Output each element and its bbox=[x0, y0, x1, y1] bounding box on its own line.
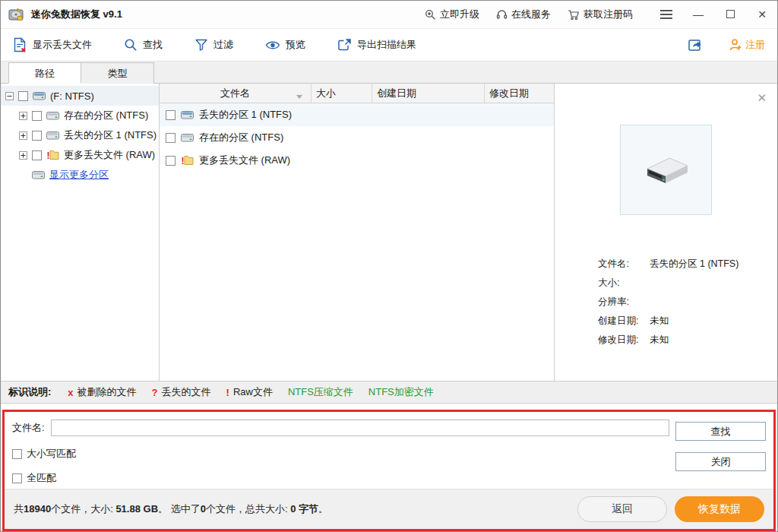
folder-warning-icon: ! bbox=[46, 150, 59, 160]
sort-desc-icon[interactable] bbox=[296, 90, 303, 102]
minimize-button[interactable]: — bbox=[692, 8, 704, 21]
info-label: 修改日期: bbox=[598, 334, 650, 347]
preview-panel: ✕ 文件名: 丢失的分区 1 (NTFS) 大小: 分辨率: 创建日期: 未知 … bbox=[555, 84, 777, 381]
drive-gray-icon bbox=[32, 170, 45, 179]
find-form: 文件名: 查找 关闭 大小写匹配 全匹配 bbox=[5, 412, 773, 489]
column-header-文件名[interactable]: 文件名 bbox=[160, 84, 312, 103]
legend-label: NTFS压缩文件 bbox=[288, 385, 353, 399]
tab-类型[interactable]: 类型 bbox=[81, 62, 154, 84]
back-button[interactable]: 返回 bbox=[577, 496, 667, 522]
toolbar-item-预览[interactable]: 预览 bbox=[265, 37, 305, 52]
info-row: 分辨率: bbox=[598, 296, 777, 309]
tree-checkbox[interactable] bbox=[32, 150, 42, 160]
titlebar-action-在线服务[interactable]: 在线服务 bbox=[496, 8, 551, 21]
legend-mark: ! bbox=[226, 387, 229, 398]
legend-item: x 被删除的文件 bbox=[68, 385, 136, 399]
tree-checkbox[interactable] bbox=[18, 91, 28, 101]
upgrade-icon bbox=[425, 9, 436, 21]
tree-item[interactable]: 存在的分区 (NTFS) bbox=[1, 106, 159, 125]
titlebar-action-获取注册码[interactable]: 获取注册码 bbox=[568, 8, 633, 21]
close-find-button[interactable]: 关闭 bbox=[675, 452, 766, 471]
toolbar-item-label: 查找 bbox=[143, 38, 163, 52]
row-filename: 更多丢失文件 (RAW) bbox=[199, 154, 290, 167]
column-header-大小[interactable]: 大小 bbox=[312, 84, 372, 103]
checkbox-label: 全匹配 bbox=[27, 471, 56, 485]
tree-root-row[interactable]: (F: NTFS) bbox=[1, 86, 159, 106]
column-header-修改日期[interactable]: 修改日期 bbox=[485, 84, 554, 103]
expander-plus-icon[interactable] bbox=[19, 112, 27, 120]
maximize-button[interactable] bbox=[724, 8, 736, 21]
folder-warning-icon: ! bbox=[181, 155, 194, 166]
find-panel-highlighted: 文件名: 查找 关闭 大小写匹配 全匹配 共18940个文件，大小: 51.88… bbox=[2, 410, 776, 531]
info-label: 创建日期: bbox=[598, 315, 650, 328]
checkbox-box[interactable] bbox=[12, 449, 22, 459]
tab-路径[interactable]: 路径 bbox=[8, 62, 81, 84]
tree-item-label: 丢失的分区 1 (NTFS) bbox=[64, 128, 157, 142]
checkbox-box[interactable] bbox=[12, 473, 22, 483]
expander-plus-icon[interactable] bbox=[19, 131, 27, 140]
row-checkbox[interactable] bbox=[166, 110, 176, 120]
drive-blue-icon bbox=[33, 91, 46, 100]
window-title: 迷你兔数据恢复 v9.1 bbox=[31, 8, 122, 21]
register-person-icon bbox=[729, 38, 742, 52]
svg-text:!: ! bbox=[182, 156, 185, 166]
title-bar: 迷你兔数据恢复 v9.1 立即升级 在线服务 获取注册码 — ✕ bbox=[1, 1, 777, 29]
info-value: 未知 bbox=[650, 315, 669, 328]
tree-item-show-more[interactable]: 显示更多分区 bbox=[1, 165, 159, 185]
titlebar-action-立即升级[interactable]: 立即升级 bbox=[425, 8, 479, 21]
expander-plus-icon[interactable] bbox=[19, 151, 27, 160]
filename-label: 文件名: bbox=[12, 421, 45, 435]
column-header-创建日期[interactable]: 创建日期 bbox=[372, 84, 485, 103]
toolbar: 显示丢失文件 查找 过滤 预览 导出扫描结果 注册 bbox=[1, 29, 777, 62]
info-label: 文件名: bbox=[598, 258, 650, 271]
info-row: 创建日期: 未知 bbox=[598, 315, 777, 328]
preview-image-box bbox=[620, 125, 712, 215]
drive-gray-icon bbox=[46, 111, 59, 120]
info-row: 文件名: 丢失的分区 1 (NTFS) bbox=[598, 258, 777, 271]
tree-checkbox[interactable] bbox=[32, 131, 42, 141]
register-label: 注册 bbox=[745, 38, 765, 52]
checkbox-全匹配[interactable]: 全匹配 bbox=[12, 471, 766, 485]
tab-strip: 路径类型 bbox=[1, 62, 777, 84]
table-row[interactable]: ! 更多丢失文件 (RAW) bbox=[160, 149, 554, 172]
recover-data-button[interactable]: 恢复数据 bbox=[675, 496, 764, 522]
show-more-partitions-link[interactable]: 显示更多分区 bbox=[49, 168, 109, 182]
toolbar-item-过滤[interactable]: 过滤 bbox=[194, 37, 233, 52]
legend-label: 丢失的文件 bbox=[162, 385, 211, 399]
legend-label: Raw文件 bbox=[233, 385, 273, 399]
toolbar-item-导出扫描结果[interactable]: 导出扫描结果 bbox=[337, 37, 416, 52]
toolbar-item-查找[interactable]: 查找 bbox=[124, 37, 163, 52]
legend-title: 标识说明: bbox=[8, 385, 51, 399]
info-row: 大小: bbox=[598, 277, 777, 290]
info-label: 大小: bbox=[598, 277, 650, 290]
drive-gray-icon bbox=[46, 131, 59, 140]
drive-blue-icon bbox=[181, 110, 194, 119]
close-button[interactable]: ✕ bbox=[756, 8, 768, 21]
expander-minus-icon[interactable] bbox=[5, 92, 14, 100]
row-checkbox[interactable] bbox=[166, 133, 176, 143]
row-filename: 丢失的分区 1 (NTFS) bbox=[199, 108, 292, 122]
show-lost-files-icon bbox=[13, 37, 27, 52]
tree-item-label: 更多丢失文件 (RAW) bbox=[64, 148, 155, 162]
share-icon[interactable] bbox=[688, 38, 703, 52]
menu-hamburger-icon[interactable] bbox=[660, 8, 672, 21]
table-row[interactable]: 存在的分区 (NTFS) bbox=[160, 126, 554, 149]
status-summary: 共18940个文件，大小: 51.88 GB。 选中了0个文件，总共大小: 0 … bbox=[14, 502, 328, 516]
export-icon bbox=[337, 38, 352, 52]
toolbar-item-label: 显示丢失文件 bbox=[33, 38, 92, 52]
find-button[interactable]: 查找 bbox=[675, 422, 766, 441]
table-row[interactable]: 丢失的分区 1 (NTFS) bbox=[160, 103, 554, 126]
titlebar-action-label: 在线服务 bbox=[511, 8, 551, 21]
filename-input[interactable] bbox=[51, 420, 669, 436]
preview-close-icon[interactable]: ✕ bbox=[757, 93, 767, 103]
tree-root-label: (F: NTFS) bbox=[50, 90, 94, 102]
checkbox-大小写匹配[interactable]: 大小写匹配 bbox=[12, 447, 766, 461]
legend-bar: 标识说明: x 被删除的文件 ? 丢失的文件 ! Raw文件 NTFS压缩文件 … bbox=[1, 381, 777, 404]
row-checkbox[interactable] bbox=[166, 156, 176, 166]
toolbar-item-显示丢失文件[interactable]: 显示丢失文件 bbox=[13, 37, 92, 52]
legend-mark: ? bbox=[152, 387, 158, 398]
tree-checkbox[interactable] bbox=[32, 111, 42, 121]
tree-item[interactable]: 丢失的分区 1 (NTFS) bbox=[1, 125, 159, 145]
tree-item[interactable]: ! 更多丢失文件 (RAW) bbox=[1, 145, 159, 165]
register-button[interactable]: 注册 bbox=[729, 38, 765, 52]
